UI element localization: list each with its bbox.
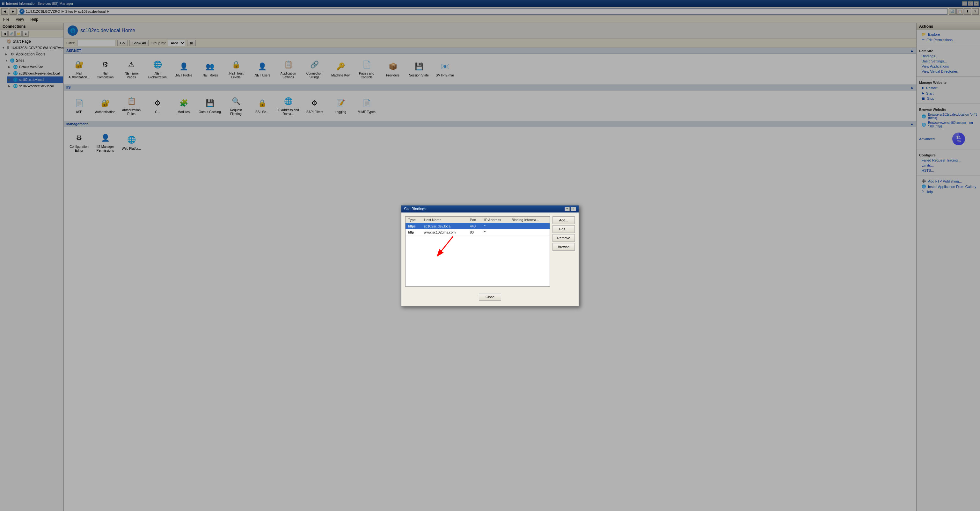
- edit-button[interactable]: Edit...: [552, 225, 575, 233]
- add-button[interactable]: Add...: [552, 216, 575, 224]
- col-binding: Binding Informa...: [509, 217, 550, 223]
- modal-overlay: Site Bindings ? × Type Host Name P: [0, 0, 980, 511]
- row2-ip: *: [482, 229, 509, 235]
- table-row[interactable]: https sc102sc.dev.local 443 *: [406, 223, 550, 229]
- modal-table-wrap: Type Host Name Port IP Address Binding I…: [405, 216, 550, 290]
- row1-binding: [509, 223, 550, 229]
- col-port: Port: [468, 217, 482, 223]
- col-type: Type: [406, 217, 422, 223]
- row2-host: www.sc102cms.com: [422, 229, 468, 235]
- modal-controls: ? ×: [565, 207, 576, 211]
- table-header-row: Type Host Name Port IP Address Binding I…: [406, 217, 550, 223]
- modal-sidebar: Add... Edit... Remove Browse: [552, 216, 575, 290]
- row2-port: 80: [468, 229, 482, 235]
- col-ip: IP Address: [482, 217, 509, 223]
- modal-help-button[interactable]: ?: [565, 207, 570, 211]
- modal-content-row: Type Host Name Port IP Address Binding I…: [405, 216, 575, 290]
- modal-footer: Close: [405, 290, 575, 302]
- row1-host: sc102sc.dev.local: [422, 223, 468, 229]
- col-hostname: Host Name: [422, 217, 468, 223]
- table-empty-area: [406, 235, 550, 286]
- table-row[interactable]: http www.sc102cms.com 80 *: [406, 229, 550, 235]
- bindings-table: Type Host Name Port IP Address Binding I…: [406, 217, 550, 235]
- remove-button[interactable]: Remove: [552, 234, 575, 242]
- modal-titlebar: Site Bindings ? ×: [401, 205, 579, 213]
- modal-table-container: Type Host Name Port IP Address Binding I…: [405, 216, 550, 287]
- close-main-button[interactable]: Close: [479, 293, 501, 301]
- site-bindings-modal: Site Bindings ? × Type Host Name P: [401, 205, 579, 306]
- row1-type: https: [406, 223, 422, 229]
- browse-button[interactable]: Browse: [552, 243, 575, 251]
- modal-close-title-button[interactable]: ×: [571, 207, 576, 211]
- row1-ip: *: [482, 223, 509, 229]
- modal-body: Type Host Name Port IP Address Binding I…: [401, 213, 579, 306]
- row1-port: 443: [468, 223, 482, 229]
- row2-binding: [509, 229, 550, 235]
- row2-type: http: [406, 229, 422, 235]
- modal-title: Site Bindings: [404, 207, 426, 211]
